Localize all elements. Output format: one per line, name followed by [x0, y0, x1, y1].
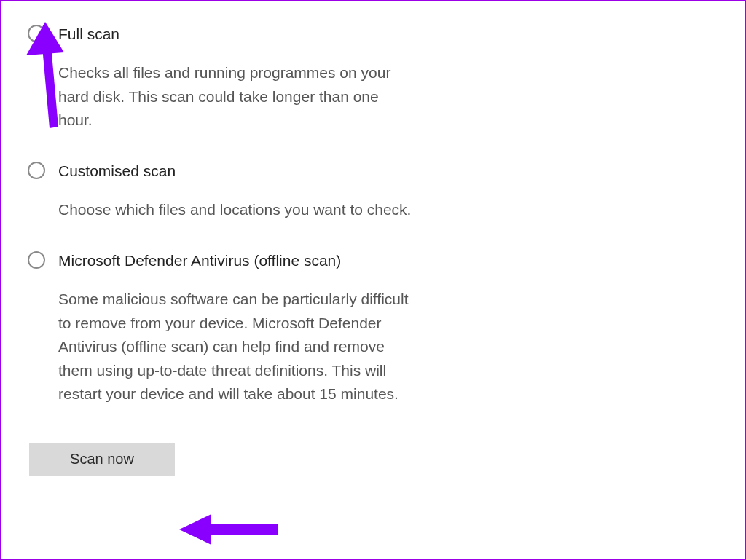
- scan-option-description: Checks all files and running programmes …: [58, 61, 414, 133]
- radio-full-scan[interactable]: [28, 25, 45, 42]
- annotation-arrow-scan-now-icon: [176, 511, 293, 548]
- scan-option-full[interactable]: Full scan Checks all files and running p…: [28, 22, 414, 133]
- scan-option-offline[interactable]: Microsoft Defender Antivirus (offline sc…: [28, 248, 414, 406]
- scan-option-body: Customised scan Choose which files and l…: [58, 159, 414, 222]
- scan-option-title: Microsoft Defender Antivirus (offline sc…: [58, 251, 414, 270]
- scan-now-button[interactable]: Scan now: [29, 443, 175, 476]
- svg-marker-2: [179, 514, 211, 545]
- scan-option-description: Some malicious software can be particula…: [58, 288, 414, 406]
- scan-option-title: Customised scan: [58, 161, 414, 181]
- scan-option-description: Choose which files and locations you wan…: [58, 198, 414, 222]
- radio-offline-scan[interactable]: [28, 251, 45, 269]
- svg-rect-1: [205, 524, 278, 535]
- scan-option-body: Microsoft Defender Antivirus (offline sc…: [58, 248, 414, 406]
- radio-customised-scan[interactable]: [28, 162, 45, 179]
- scan-option-body: Full scan Checks all files and running p…: [58, 22, 414, 133]
- scan-option-title: Full scan: [58, 24, 414, 44]
- scan-option-customised[interactable]: Customised scan Choose which files and l…: [28, 159, 414, 222]
- scan-options-dialog: Full scan Checks all files and running p…: [0, 0, 746, 560]
